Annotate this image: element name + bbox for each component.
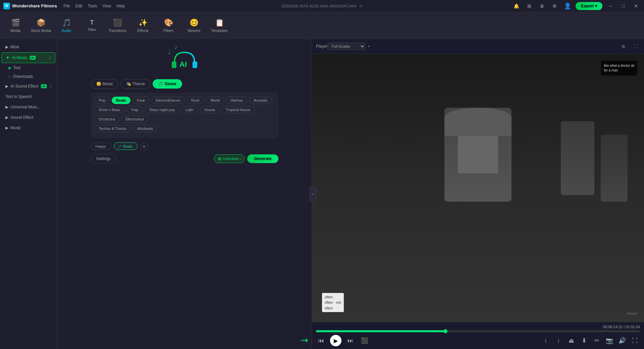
genre-latin[interactable]: Latin — [181, 106, 198, 113]
sidebar-item-ai-sound-effect[interactable]: ▶ AI Sound Effect AI › — [1, 81, 55, 91]
unlimited-label: Unlimited — [223, 157, 238, 161]
volume-icon[interactable]: 🔊 — [617, 336, 627, 346]
genre-beats[interactable]: Beats — [112, 97, 130, 104]
genre-world[interactable]: World — [206, 97, 224, 104]
settings-label: Settings — [96, 156, 111, 161]
mood-tag-beats[interactable]: ✓ Beats — [114, 142, 138, 150]
genre-tab-label: Genre — [165, 82, 176, 86]
genre-pop[interactable]: Pop — [95, 97, 110, 104]
toolbar-media[interactable]: 🎬 Media — [3, 14, 28, 37]
stock-media-label: Stock Media — [31, 29, 51, 33]
settings-icon[interactable]: ⚙ — [550, 1, 559, 11]
genre-container: Pop Beats Funk Electro&Dance Rock World … — [91, 93, 278, 138]
overwrite-icon[interactable]: ⬇ — [579, 336, 589, 346]
maximize-button[interactable]: □ — [619, 1, 628, 11]
grid-icon[interactable]: ⊞ — [525, 1, 534, 11]
genre-drum-n-bass[interactable]: Drum n Bass — [95, 106, 125, 113]
title-center: 1555052B-3EFE-4C0E-A941-8691E69FCAA4 ⚙ — [281, 4, 363, 8]
genre-hiphop[interactable]: HipHop — [226, 97, 247, 104]
player-fullscreen-icon[interactable]: ⛶ — [631, 42, 640, 51]
snapshot-icon[interactable]: 📷 — [604, 336, 614, 346]
insert-icon[interactable]: ⏏ — [566, 336, 576, 346]
fullscreen-icon[interactable]: ⛶ — [630, 336, 640, 346]
toolbar-audio[interactable]: 🎵 Audio — [54, 14, 78, 37]
player-time: 00:00:14:22 / 01:01:04 — [316, 325, 640, 329]
crop-icon[interactable]: ✂ — [592, 336, 602, 346]
add-mood-button[interactable]: + — [140, 143, 148, 150]
menu-tools[interactable]: Tools — [88, 4, 97, 8]
mood-icon: 😊 — [96, 82, 101, 86]
genre-trap[interactable]: Trap — [126, 106, 143, 113]
tab-theme[interactable]: 🎭 Theme — [120, 79, 151, 89]
quality-select[interactable]: Full Quality Half Quality Quarter Qualit… — [327, 43, 365, 50]
toolbar-stock-media[interactable]: 📦 Stock Media — [29, 14, 53, 37]
sidebar-item-music[interactable]: ▶ Music — [1, 123, 55, 133]
content-area: ♩ ♪ AI — [57, 39, 312, 349]
progress-bar[interactable] — [316, 330, 640, 332]
genre-orchestra[interactable]: Orchestra — [95, 115, 119, 123]
sidebar-item-ai-music[interactable]: ▼ AI Music AI ℹ — [1, 52, 55, 63]
genre-house[interactable]: House — [200, 106, 219, 113]
genre-afrobeats[interactable]: Afrobeats — [133, 125, 157, 132]
sidebar-item-mine[interactable]: ▶ Mine — [1, 42, 55, 52]
genre-electro-dance[interactable]: Electro&Dance — [152, 97, 185, 104]
toolbar-titles[interactable]: T Titles — [80, 14, 104, 37]
fast-forward-button[interactable]: ⏭ — [345, 336, 356, 346]
genre-techno-trance[interactable]: Techno & Trance — [95, 125, 131, 132]
toolbar-templates[interactable]: 📋 Templates — [207, 14, 231, 37]
menu-file[interactable]: File — [63, 4, 70, 8]
menu-edit[interactable]: Edit — [75, 4, 83, 8]
tab-mood[interactable]: 😊 Mood — [91, 79, 118, 89]
genre-tropical-house[interactable]: Tropical House — [221, 106, 255, 113]
mood-tag-happy[interactable]: Happy — [91, 143, 111, 150]
minimize-button[interactable]: ─ — [606, 1, 615, 11]
titles-icon: T — [90, 19, 94, 26]
ai-sound-label: AI Sound Effect — [10, 84, 38, 89]
export-button[interactable]: Export ▾ — [576, 2, 602, 10]
settings-button[interactable]: Settings — [91, 154, 116, 163]
templates-label: Templates — [211, 29, 228, 33]
play-button[interactable]: ▶ — [330, 335, 341, 346]
sidebar-item-tool[interactable]: ◆ Tool — [0, 63, 57, 72]
genre-acoustic[interactable]: Acoustic — [249, 97, 272, 104]
ai-headphones-svg: ♩ ♪ AI — [164, 44, 205, 74]
loop-button[interactable]: ⬛ — [360, 336, 370, 346]
menu-help[interactable]: Help — [116, 4, 125, 8]
genre-tokyo-night-pop[interactable]: Tokyo night pop — [145, 106, 179, 113]
toolbar-effects[interactable]: ✨ Effects — [131, 14, 155, 37]
player-buttons-row: ⏮ ▶ ⏭ ⬛ { } ⏏ ⬇ ✂ 📷 🔊 ⛶ — [316, 335, 640, 346]
sidebar-item-sound-effect[interactable]: ▶ Sound Effect — [1, 112, 55, 122]
genre-funk[interactable]: Funk — [132, 97, 149, 104]
sidebar-item-text-to-speech[interactable]: Text to Speech — [1, 92, 55, 102]
downloads-dot-icon: ◇ — [8, 74, 11, 79]
tab-genre[interactable]: 🎵 Genre — [153, 79, 182, 89]
collapse-panel-button[interactable]: ‹ — [310, 187, 316, 201]
menu-view[interactable]: View — [102, 4, 111, 8]
toolbar-transitions[interactable]: ⬛ Transitions — [105, 14, 129, 37]
svg-text:AI: AI — [179, 60, 187, 68]
right-controls: ⊕ Unlimited ℹ Generate — [214, 154, 278, 163]
mood-tags-row: Happy ✓ Beats + — [91, 142, 278, 150]
toolbar-stickers[interactable]: 😊 Stickers — [182, 14, 206, 37]
sidebar-item-downloads[interactable]: ◇ Downloads — [0, 72, 57, 81]
templates-icon: 📋 — [215, 18, 224, 27]
notifications-icon[interactable]: 🔔 — [512, 1, 521, 11]
export-label: Export — [581, 4, 594, 8]
genre-electronica[interactable]: Electronica — [121, 115, 148, 123]
player-area: Player Full Quality Half Quality Quarter… — [312, 39, 644, 349]
monitor-icon[interactable]: 🖥 — [537, 1, 547, 11]
filters-label: Filters — [163, 29, 173, 33]
mark-in-icon[interactable]: { — [541, 336, 551, 346]
rewind-button[interactable]: ⏮ — [316, 336, 326, 346]
genre-rock[interactable]: Rock — [187, 97, 204, 104]
toolbar-filters[interactable]: 🎨 Filters — [156, 14, 180, 37]
close-button[interactable]: ✕ — [631, 1, 641, 11]
generate-button[interactable]: Generate — [247, 154, 278, 163]
player-expand-icon[interactable]: ⊞ — [619, 42, 628, 51]
user-icon[interactable]: 👤 — [563, 1, 572, 11]
title-id: 1555052B-3EFE-4C0E-A941-8691E69FCAA4 — [281, 4, 357, 8]
progress-handle[interactable] — [443, 329, 447, 333]
sidebar-item-universal-music[interactable]: ▶ Universal Musi... — [1, 102, 55, 112]
mark-out-icon[interactable]: } — [553, 336, 564, 346]
ai-badge: AI — [30, 56, 36, 60]
